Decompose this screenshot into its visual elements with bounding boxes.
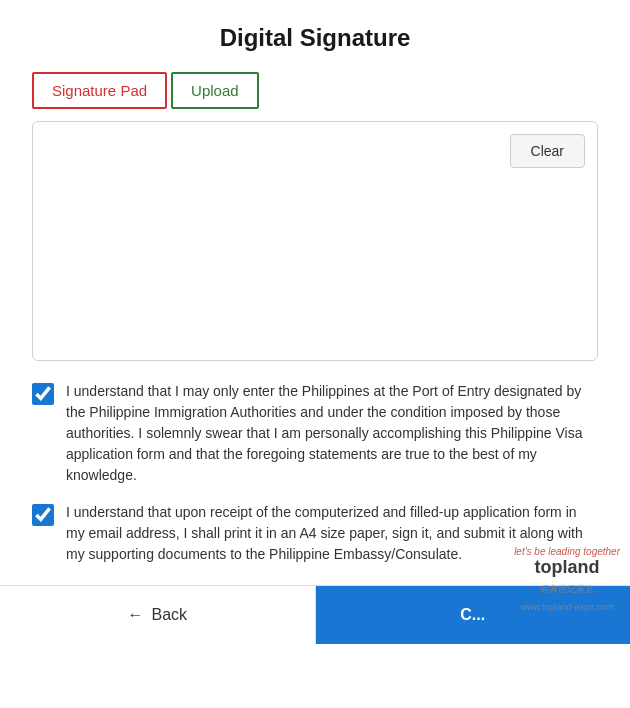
checkbox-label-1: I understand that I may only enter the P… xyxy=(66,381,598,486)
checkbox-input-2[interactable] xyxy=(32,504,54,526)
tabs-container: Signature Pad Upload xyxy=(32,72,598,109)
signature-area[interactable]: Clear xyxy=(32,121,598,361)
checkbox-item-2: I understand that upon receipt of the co… xyxy=(32,502,598,565)
checkbox-item-1: I understand that I may only enter the P… xyxy=(32,381,598,486)
page-container: Digital Signature Signature Pad Upload C… xyxy=(0,0,630,585)
checkbox-wrapper-1[interactable] xyxy=(32,383,54,409)
back-button[interactable]: ← Back xyxy=(0,586,316,644)
clear-button[interactable]: Clear xyxy=(510,134,585,168)
checkbox-label-2: I understand that upon receipt of the co… xyxy=(66,502,598,565)
continue-button[interactable]: C... xyxy=(316,586,631,644)
tab-upload[interactable]: Upload xyxy=(171,72,259,109)
signature-canvas[interactable] xyxy=(45,134,585,334)
checkboxes-container: I understand that I may only enter the P… xyxy=(32,381,598,565)
footer-buttons: ← Back C... let's be leading together to… xyxy=(0,585,630,644)
back-button-label: Back xyxy=(151,606,187,624)
checkbox-wrapper-2[interactable] xyxy=(32,504,54,530)
back-arrow-icon: ← xyxy=(127,606,143,624)
page-title: Digital Signature xyxy=(220,24,411,52)
continue-button-label: C... xyxy=(460,606,485,624)
checkbox-input-1[interactable] xyxy=(32,383,54,405)
tab-signature-pad[interactable]: Signature Pad xyxy=(32,72,167,109)
